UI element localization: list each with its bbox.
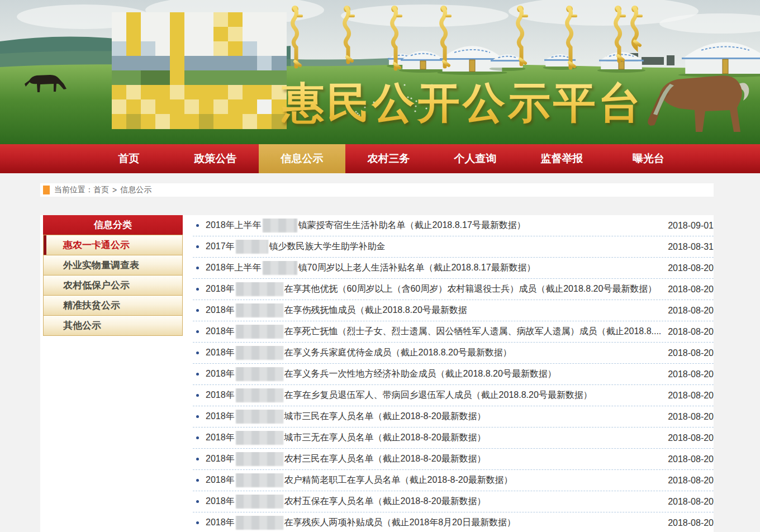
list-item[interactable]: 2017年镇少数民族大学生助学补助金2018-08-31 xyxy=(193,236,714,258)
nav-tab-supervision-report[interactable]: 监督举报 xyxy=(519,144,605,173)
censored-town-name xyxy=(263,218,297,232)
list-item-date: 2018-08-20 xyxy=(668,518,714,528)
censored-town-name xyxy=(236,388,283,402)
list-item-date: 2018-08-20 xyxy=(668,497,714,507)
list-item[interactable]: 2018年在享义务兵一次性地方经济补助金成员（截止2018.8.20号最新数据）… xyxy=(193,364,714,385)
list-item[interactable]: 2018年农村三民在享人员名单（截止2018-8-20最新数据）2018-08-… xyxy=(193,449,714,470)
list-item-date: 2018-08-20 xyxy=(668,412,714,422)
bullet-icon xyxy=(196,309,199,312)
breadcrumb-separator: > xyxy=(112,186,117,194)
list-item-title: 2018年农村三民在享人员名单（截止2018-8-20最新数据） xyxy=(206,452,661,467)
list-item[interactable]: 2018年上半年镇70周岁以上老人生活补贴名单（截止2018.8.17最新数据）… xyxy=(193,258,714,279)
list-item-title: 2018年上半年镇蒙授寄宿生生活补助名单（截止2018.8.17号最新数据） xyxy=(206,218,661,233)
bullet-icon xyxy=(196,330,199,333)
list-item-date: 2018-08-20 xyxy=(668,284,714,294)
list-item-date: 2018-08-20 xyxy=(668,476,714,486)
list-item-title: 2018年城市三无在享人员名单（截止2018-8-20最新数据） xyxy=(206,431,661,445)
breadcrumb: 当前位置： 首页 > 信息公示 xyxy=(40,183,714,197)
sidebar-item-rural-subsistence-disclosure[interactable]: 农村低保户公示 xyxy=(43,275,183,296)
censored-town-name xyxy=(236,367,283,381)
main-nav: 首页政策公告信息公示农村三务个人查询监督举报曝光台 xyxy=(0,144,760,173)
censored-town-name xyxy=(236,431,283,445)
list-item[interactable]: 2018年在享其他优抚（60周岁以上（含60周岁）农村籍退役士兵）成员（截止20… xyxy=(193,279,714,300)
bullet-icon xyxy=(196,245,199,248)
sidebar-item-other-disclosure[interactable]: 其他公示 xyxy=(43,315,183,336)
list-item-date: 2018-08-20 xyxy=(668,327,714,337)
sidebar-item-targeted-poverty-disclosure[interactable]: 精准扶贫公示 xyxy=(43,295,183,316)
list-item-title: 2018年在享在乡复员退伍军人、带病回乡退伍军人成员（截止2018.8.20号最… xyxy=(206,388,661,403)
bullet-icon xyxy=(196,436,199,439)
sidebar-header: 信息分类 xyxy=(43,215,183,235)
bullet-icon xyxy=(196,479,199,482)
list-item-date: 2018-08-20 xyxy=(668,348,714,358)
breadcrumb-marker-icon xyxy=(43,186,50,194)
censored-town-name xyxy=(236,495,283,509)
censored-town-name xyxy=(236,325,283,339)
sidebar-item-huinong-card-disclosure[interactable]: 惠农一卡通公示 xyxy=(43,235,183,255)
list-item-title: 2018年上半年镇70周岁以上老人生活补贴名单（截止2018.8.17最新数据） xyxy=(206,261,661,276)
list-item-date: 2018-08-20 xyxy=(668,306,714,316)
nav-tab-information-disclosure[interactable]: 信息公示 xyxy=(259,144,345,173)
list-item-title: 2018年在享义务兵家庭优待金成员（截止2018.8.20号最新数据） xyxy=(206,346,661,360)
sidebar: 信息分类 惠农一卡通公示外业实物量调查表农村低保户公示精准扶贫公示其他公示 xyxy=(43,215,183,336)
sidebar-item-field-survey-table[interactable]: 外业实物量调查表 xyxy=(43,255,183,276)
list-item-date: 2018-08-20 xyxy=(668,433,714,443)
list-item-title: 2018年农户精简老职工在享人员名单（截止2018-8-20最新数据） xyxy=(206,473,661,488)
list-item-date: 2018-08-20 xyxy=(668,263,714,273)
list-item[interactable]: 2018年农村五保在享人员名单（截止2018-8-20最新数据）2018-08-… xyxy=(193,491,714,512)
list-item-date: 2018-08-20 xyxy=(668,369,714,379)
bullet-icon xyxy=(196,394,199,397)
censored-site-name-mosaic xyxy=(112,12,287,129)
nav-tabs: 首页政策公告信息公示农村三务个人查询监督举报曝光台 xyxy=(86,144,760,173)
censored-town-name xyxy=(236,346,283,360)
nav-tab-policy-announcements[interactable]: 政策公告 xyxy=(172,144,259,173)
list-item-title: 2018年城市三民在享人员名单（截止2018-8-20最新数据） xyxy=(206,410,661,424)
list-item[interactable]: 2018年城市三民在享人员名单（截止2018-8-20最新数据）2018-08-… xyxy=(193,406,714,428)
bullet-icon xyxy=(196,224,199,227)
list-item[interactable]: 2018年城市三无在享人员名单（截止2018-8-20最新数据）2018-08-… xyxy=(193,428,714,449)
list-item-date: 2018-08-20 xyxy=(668,391,714,401)
censored-town-name xyxy=(236,452,283,466)
sidebar-items: 惠农一卡通公示外业实物量调查表农村低保户公示精准扶贫公示其他公示 xyxy=(43,235,183,336)
bullet-icon xyxy=(196,288,199,291)
list-item-title: 2018年在享义务兵一次性地方经济补助金成员（截止2018.8.20号最新数据） xyxy=(206,367,661,382)
bullet-icon xyxy=(196,500,199,503)
nav-tab-rural-three-affairs[interactable]: 农村三务 xyxy=(345,144,432,173)
list-item-title: 2018年在享残疾人两项补贴成员（截止2018年8月20日最新数据） xyxy=(206,516,661,530)
content-area: 信息分类 惠农一卡通公示外业实物量调查表农村低保户公示精准扶贫公示其他公示 20… xyxy=(40,215,714,532)
list-item[interactable]: 2018年在享义务兵家庭优待金成员（截止2018.8.20号最新数据）2018-… xyxy=(193,343,714,364)
list-item[interactable]: 2018年在享残疾人两项补贴成员（截止2018年8月20日最新数据）2018-0… xyxy=(193,512,714,532)
bullet-icon xyxy=(196,521,199,524)
nav-tab-home[interactable]: 首页 xyxy=(86,144,172,173)
list-item-title: 2018年农村五保在享人员名单（截止2018-8-20最新数据） xyxy=(206,495,661,509)
nav-tab-personal-query[interactable]: 个人查询 xyxy=(432,144,519,173)
list-item[interactable]: 2018年在享伤残抚恤成员（截止2018.8.20号最新数据2018-08-20 xyxy=(193,300,714,321)
bullet-icon xyxy=(196,267,199,269)
site-banner: 惠民公开公示平台 xyxy=(0,0,760,144)
censored-town-name xyxy=(236,410,283,424)
censored-town-name xyxy=(236,282,283,296)
list-item[interactable]: 2018年农户精简老职工在享人员名单（截止2018-8-20最新数据）2018-… xyxy=(193,470,714,491)
list-item[interactable]: 2018年在享死亡抚恤（烈士子女、烈士遗属、因公牺牲军人遗属、病故军人遗属）成员… xyxy=(193,321,714,343)
bullet-icon xyxy=(196,458,199,460)
list-item-title: 2018年在享伤残抚恤成员（截止2018.8.20号最新数据 xyxy=(206,303,661,318)
list-item-date: 2018-08-31 xyxy=(668,242,714,252)
breadcrumb-label: 当前位置： xyxy=(54,185,93,195)
list-item-date: 2018-09-01 xyxy=(668,221,714,231)
censored-town-name xyxy=(263,261,297,275)
censored-town-name xyxy=(236,516,283,530)
list-item-title: 2017年镇少数民族大学生助学补助金 xyxy=(206,240,661,254)
announcement-list: 2018年上半年镇蒙授寄宿生生活补助名单（截止2018.8.17号最新数据）20… xyxy=(193,215,714,532)
bullet-icon xyxy=(196,352,199,354)
bullet-icon xyxy=(196,415,199,418)
list-item-title: 2018年在享死亡抚恤（烈士子女、烈士遗属、因公牺牲军人遗属、病故军人遗属）成员… xyxy=(206,325,661,339)
list-item-title: 2018年在享其他优抚（60周岁以上（含60周岁）农村籍退役士兵）成员（截止20… xyxy=(206,282,661,297)
nav-tab-exposure-platform[interactable]: 曝光台 xyxy=(605,144,692,173)
list-item[interactable]: 2018年上半年镇蒙授寄宿生生活补助名单（截止2018.8.17号最新数据）20… xyxy=(193,215,714,236)
censored-town-name xyxy=(236,240,268,254)
list-item-date: 2018-08-20 xyxy=(668,454,714,464)
censored-town-name xyxy=(236,473,283,487)
list-item[interactable]: 2018年在享在乡复员退伍军人、带病回乡退伍军人成员（截止2018.8.20号最… xyxy=(193,385,714,406)
breadcrumb-current: 信息公示 xyxy=(120,185,151,195)
breadcrumb-home-link[interactable]: 首页 xyxy=(93,185,109,195)
